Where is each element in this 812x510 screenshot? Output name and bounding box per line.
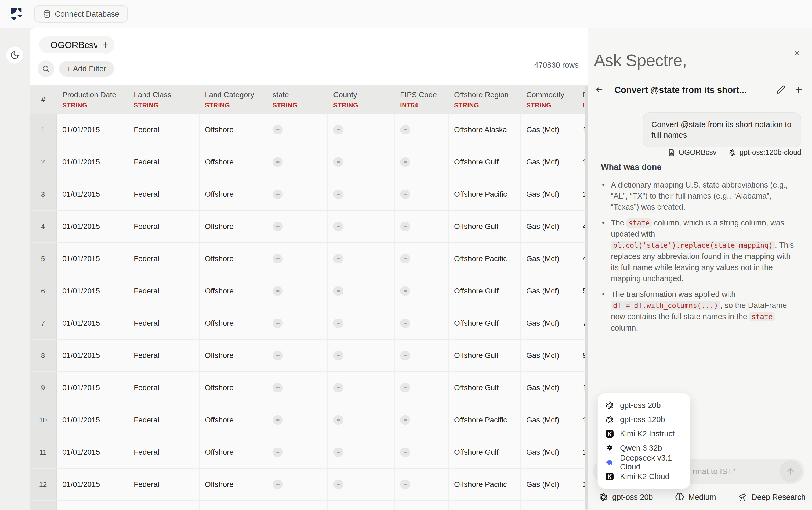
table-cell[interactable]: Gas (Mcf) — [521, 114, 577, 146]
table-vertical-scrollbar[interactable] — [585, 85, 588, 510]
table-cell[interactable] — [267, 501, 328, 510]
row-number-cell[interactable]: 6 — [30, 275, 57, 307]
table-cell[interactable] — [267, 178, 328, 210]
column-header[interactable]: # — [30, 85, 57, 114]
table-cell[interactable] — [267, 114, 328, 146]
row-number-cell[interactable] — [30, 501, 57, 510]
table-cell[interactable]: 01/01/2015 — [57, 178, 128, 210]
column-header[interactable]: stateSTRING — [267, 85, 328, 114]
table-cell[interactable]: Offshore — [200, 211, 267, 243]
table-cell[interactable]: Gas (Mcf) — [521, 340, 577, 371]
table-cell[interactable] — [267, 436, 328, 468]
table-cell[interactable] — [57, 501, 128, 510]
table-cell[interactable]: Offshore Pacific — [449, 243, 521, 275]
table-cell[interactable]: Federal — [128, 340, 200, 371]
table-cell[interactable]: Offshore Pacific — [449, 469, 521, 500]
table-cell[interactable]: 01/01/2015 — [57, 211, 128, 243]
table-cell[interactable]: Offshore Gulf — [449, 436, 521, 468]
back-button[interactable] — [593, 83, 606, 96]
table-cell[interactable]: Offshore — [200, 275, 267, 307]
table-cell[interactable] — [395, 307, 449, 339]
table-cell[interactable]: Offshore — [200, 404, 267, 436]
table-cell[interactable] — [328, 211, 395, 243]
table-cell[interactable] — [267, 404, 328, 436]
table-cell[interactable]: Offshore Gulf — [449, 211, 521, 243]
row-number-cell[interactable]: 11 — [30, 436, 57, 468]
table-cell[interactable]: Offshore Gulf — [449, 275, 521, 307]
table-cell[interactable] — [395, 501, 449, 510]
model-menu-item[interactable]: Kimi K2 Instruct — [598, 427, 690, 441]
table-cell[interactable]: 01/01/2015 — [57, 275, 128, 307]
table-cell[interactable]: Federal — [128, 211, 200, 243]
table-cell[interactable]: Offshore — [200, 307, 267, 339]
table-cell[interactable]: 01/01/2015 — [57, 307, 128, 339]
search-button[interactable] — [38, 60, 54, 77]
table-cell[interactable]: Gas (Mcf) — [521, 275, 577, 307]
table-cell[interactable]: Federal — [128, 146, 200, 178]
deep-research-toggle[interactable]: Deep Research — [738, 492, 806, 502]
table-cell[interactable]: Federal — [128, 178, 200, 210]
table-cell[interactable] — [395, 243, 449, 275]
effort-selector[interactable]: Medium — [675, 492, 716, 502]
table-cell[interactable] — [395, 340, 449, 371]
table-cell[interactable] — [395, 211, 449, 243]
table-cell[interactable]: Federal — [128, 372, 200, 404]
table-cell[interactable]: Offshore — [200, 114, 267, 146]
model-menu-item[interactable]: gpt-oss 20b — [598, 398, 690, 413]
column-header[interactable]: Offshore RegionSTRING — [449, 85, 521, 114]
table-cell[interactable]: Gas (Mcf) — [521, 404, 577, 436]
table-cell[interactable]: 01/01/2015 — [57, 469, 128, 500]
table-cell[interactable] — [395, 436, 449, 468]
table-cell[interactable]: Gas (Mcf) — [521, 211, 577, 243]
table-cell[interactable]: Federal — [128, 275, 200, 307]
table-cell[interactable]: 01/01/2015 — [57, 436, 128, 468]
table-cell[interactable]: 01/01/2015 — [57, 146, 128, 178]
table-cell[interactable] — [395, 275, 449, 307]
row-number-cell[interactable]: 12 — [30, 469, 57, 500]
table-cell[interactable]: Offshore — [200, 469, 267, 500]
table-cell[interactable]: Offshore — [200, 146, 267, 178]
table-cell[interactable]: Gas (Mcf) — [521, 146, 577, 178]
edit-thread-button[interactable] — [774, 83, 787, 96]
new-thread-button[interactable] — [792, 83, 805, 96]
column-header[interactable]: CountySTRING — [328, 85, 395, 114]
table-cell[interactable]: Offshore Pacific — [449, 178, 521, 210]
table-cell[interactable]: Federal — [128, 469, 200, 500]
row-number-cell[interactable]: 10 — [30, 404, 57, 436]
table-cell[interactable] — [328, 307, 395, 339]
table-cell[interactable] — [449, 501, 521, 510]
column-header[interactable]: FIPS CodeINT64 — [395, 85, 449, 114]
table-cell[interactable]: Offshore — [200, 178, 267, 210]
table-cell[interactable] — [328, 114, 395, 146]
table-cell[interactable]: 01/01/2015 — [57, 372, 128, 404]
row-number-cell[interactable]: 2 — [30, 146, 57, 178]
table-cell[interactable] — [328, 340, 395, 371]
table-cell[interactable]: Offshore — [200, 243, 267, 275]
table-cell[interactable] — [395, 178, 449, 210]
table-cell[interactable] — [267, 307, 328, 339]
table-cell[interactable]: Gas (Mcf) — [521, 178, 577, 210]
table-cell[interactable] — [328, 372, 395, 404]
table-cell[interactable]: Gas (Mcf) — [521, 436, 577, 468]
model-menu-item[interactable]: Kimi K2 Cloud — [598, 470, 690, 484]
theme-toggle-button[interactable] — [6, 46, 24, 64]
table-cell[interactable] — [267, 275, 328, 307]
table-cell[interactable] — [328, 146, 395, 178]
connect-database-button[interactable]: Connect Database — [34, 5, 128, 23]
table-cell[interactable]: Gas (Mcf) — [521, 307, 577, 339]
column-header[interactable]: CommoditySTRING — [521, 85, 577, 114]
table-cell[interactable] — [328, 501, 395, 510]
table-cell[interactable]: Federal — [128, 436, 200, 468]
row-number-cell[interactable]: 7 — [30, 307, 57, 339]
model-menu-item[interactable]: Deepseek v3.1 Cloud — [598, 455, 690, 470]
column-header[interactable]: Production DateSTRING — [57, 85, 128, 114]
column-header[interactable]: Land CategorySTRING — [200, 85, 267, 114]
table-cell[interactable]: Federal — [128, 404, 200, 436]
table-cell[interactable] — [328, 243, 395, 275]
row-number-cell[interactable]: 3 — [30, 178, 57, 210]
table-cell[interactable]: Offshore Pacific — [449, 404, 521, 436]
send-button[interactable] — [780, 460, 802, 482]
table-cell[interactable]: Gas (Mcf) — [521, 469, 577, 500]
model-selector[interactable]: gpt-oss 20b — [599, 492, 653, 502]
table-cell[interactable] — [267, 372, 328, 404]
